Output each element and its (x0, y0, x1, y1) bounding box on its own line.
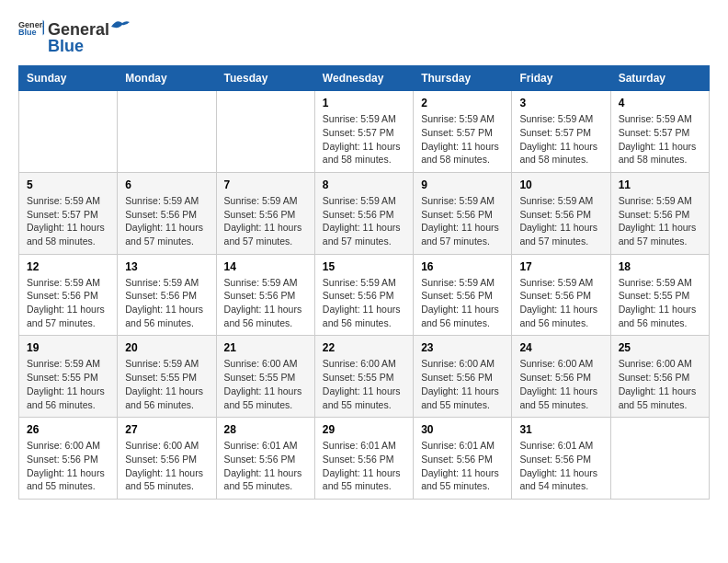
day-info: Sunrise: 5:59 AM Sunset: 5:56 PM Dayligh… (323, 276, 405, 330)
calendar-cell: 13Sunrise: 5:59 AM Sunset: 5:56 PM Dayli… (118, 254, 216, 336)
calendar-cell: 1Sunrise: 5:59 AM Sunset: 5:57 PM Daylig… (314, 91, 413, 173)
calendar-week-row: 19Sunrise: 5:59 AM Sunset: 5:55 PM Dayli… (19, 336, 710, 418)
day-number: 6 (125, 178, 208, 191)
calendar-cell: 2Sunrise: 5:59 AM Sunset: 5:57 PM Daylig… (414, 91, 512, 173)
day-number: 2 (421, 97, 504, 109)
day-info: Sunrise: 5:59 AM Sunset: 5:55 PM Dayligh… (125, 357, 208, 411)
day-number: 18 (619, 260, 701, 273)
day-info: Sunrise: 6:01 AM Sunset: 5:56 PM Dayligh… (519, 439, 602, 493)
day-number: 14 (224, 260, 307, 273)
svg-marker-2 (43, 20, 44, 36)
day-info: Sunrise: 5:59 AM Sunset: 5:56 PM Dayligh… (323, 194, 405, 248)
day-info: Sunrise: 5:59 AM Sunset: 5:55 PM Dayligh… (27, 357, 109, 411)
calendar-header-row: SundayMondayTuesdayWednesdayThursdayFrid… (19, 66, 710, 91)
day-number: 21 (224, 341, 307, 354)
calendar-cell: 30Sunrise: 6:01 AM Sunset: 5:56 PM Dayli… (414, 418, 512, 500)
calendar-week-row: 5Sunrise: 5:59 AM Sunset: 5:57 PM Daylig… (19, 172, 710, 254)
day-info: Sunrise: 6:00 AM Sunset: 5:55 PM Dayligh… (323, 357, 405, 411)
day-info: Sunrise: 5:59 AM Sunset: 5:56 PM Dayligh… (125, 194, 208, 248)
day-info: Sunrise: 5:59 AM Sunset: 5:56 PM Dayligh… (224, 194, 307, 248)
calendar-cell: 11Sunrise: 5:59 AM Sunset: 5:56 PM Dayli… (610, 172, 709, 254)
day-info: Sunrise: 5:59 AM Sunset: 5:56 PM Dayligh… (619, 194, 701, 248)
calendar-table: SundayMondayTuesdayWednesdayThursdayFrid… (18, 65, 710, 500)
day-number: 30 (421, 423, 504, 436)
page-header: General Blue General Blue (18, 18, 710, 56)
day-info: Sunrise: 6:01 AM Sunset: 5:56 PM Dayligh… (323, 439, 405, 493)
calendar-cell: 31Sunrise: 6:01 AM Sunset: 5:56 PM Dayli… (512, 418, 610, 500)
calendar-cell: 6Sunrise: 5:59 AM Sunset: 5:56 PM Daylig… (118, 172, 216, 254)
day-info: Sunrise: 6:00 AM Sunset: 5:56 PM Dayligh… (27, 439, 109, 493)
day-info: Sunrise: 6:01 AM Sunset: 5:56 PM Dayligh… (224, 439, 307, 493)
calendar-cell (118, 91, 216, 173)
logo-bird-icon (109, 18, 130, 35)
day-number: 22 (323, 341, 405, 354)
day-info: Sunrise: 5:59 AM Sunset: 5:56 PM Dayligh… (519, 194, 602, 248)
calendar-cell: 24Sunrise: 6:00 AM Sunset: 5:56 PM Dayli… (512, 336, 610, 418)
day-number: 24 (519, 341, 602, 354)
day-info: Sunrise: 6:00 AM Sunset: 5:56 PM Dayligh… (125, 439, 208, 493)
calendar-cell: 5Sunrise: 5:59 AM Sunset: 5:57 PM Daylig… (19, 172, 118, 254)
day-number: 23 (421, 341, 504, 354)
calendar-cell (216, 91, 314, 173)
day-number: 20 (125, 341, 208, 354)
weekday-header-sunday: Sunday (19, 66, 118, 91)
day-number: 15 (323, 260, 405, 273)
calendar-cell: 19Sunrise: 5:59 AM Sunset: 5:55 PM Dayli… (19, 336, 118, 418)
day-info: Sunrise: 6:00 AM Sunset: 5:56 PM Dayligh… (519, 357, 602, 411)
day-info: Sunrise: 5:59 AM Sunset: 5:57 PM Dayligh… (27, 194, 109, 248)
calendar-cell: 9Sunrise: 5:59 AM Sunset: 5:56 PM Daylig… (414, 172, 512, 254)
day-info: Sunrise: 5:59 AM Sunset: 5:56 PM Dayligh… (421, 194, 504, 248)
calendar-week-row: 12Sunrise: 5:59 AM Sunset: 5:56 PM Dayli… (19, 254, 710, 336)
day-info: Sunrise: 6:01 AM Sunset: 5:56 PM Dayligh… (421, 439, 504, 493)
day-info: Sunrise: 6:00 AM Sunset: 5:55 PM Dayligh… (224, 357, 307, 411)
calendar-cell: 20Sunrise: 5:59 AM Sunset: 5:55 PM Dayli… (118, 336, 216, 418)
day-number: 4 (619, 97, 701, 109)
calendar-cell: 27Sunrise: 6:00 AM Sunset: 5:56 PM Dayli… (118, 418, 216, 500)
day-info: Sunrise: 5:59 AM Sunset: 5:56 PM Dayligh… (519, 276, 602, 330)
calendar-cell: 7Sunrise: 5:59 AM Sunset: 5:56 PM Daylig… (216, 172, 314, 254)
day-number: 28 (224, 423, 307, 436)
day-number: 8 (323, 178, 405, 191)
day-info: Sunrise: 6:00 AM Sunset: 5:56 PM Dayligh… (619, 357, 701, 411)
weekday-header-wednesday: Wednesday (314, 66, 413, 91)
calendar-cell: 14Sunrise: 5:59 AM Sunset: 5:56 PM Dayli… (216, 254, 314, 336)
day-number: 5 (27, 178, 109, 191)
day-info: Sunrise: 5:59 AM Sunset: 5:55 PM Dayligh… (619, 276, 701, 330)
calendar-cell: 8Sunrise: 5:59 AM Sunset: 5:56 PM Daylig… (314, 172, 413, 254)
weekday-header-friday: Friday (512, 66, 610, 91)
calendar-cell: 10Sunrise: 5:59 AM Sunset: 5:56 PM Dayli… (512, 172, 610, 254)
calendar-cell: 25Sunrise: 6:00 AM Sunset: 5:56 PM Dayli… (610, 336, 709, 418)
calendar-cell: 17Sunrise: 5:59 AM Sunset: 5:56 PM Dayli… (512, 254, 610, 336)
day-number: 7 (224, 178, 307, 191)
calendar-cell: 28Sunrise: 6:01 AM Sunset: 5:56 PM Dayli… (216, 418, 314, 500)
weekday-header-monday: Monday (118, 66, 216, 91)
calendar-cell: 23Sunrise: 6:00 AM Sunset: 5:56 PM Dayli… (414, 336, 512, 418)
calendar-cell: 16Sunrise: 5:59 AM Sunset: 5:56 PM Dayli… (414, 254, 512, 336)
calendar-week-row: 26Sunrise: 6:00 AM Sunset: 5:56 PM Dayli… (19, 418, 710, 500)
day-number: 11 (619, 178, 701, 191)
day-number: 27 (125, 423, 208, 436)
svg-text:Blue: Blue (18, 28, 37, 37)
day-number: 26 (27, 423, 109, 436)
day-info: Sunrise: 5:59 AM Sunset: 5:57 PM Dayligh… (421, 112, 504, 167)
day-number: 10 (519, 178, 602, 191)
day-info: Sunrise: 5:59 AM Sunset: 5:56 PM Dayligh… (224, 276, 307, 330)
weekday-header-tuesday: Tuesday (216, 66, 314, 91)
day-info: Sunrise: 5:59 AM Sunset: 5:57 PM Dayligh… (619, 112, 701, 167)
day-number: 17 (519, 260, 602, 273)
day-info: Sunrise: 5:59 AM Sunset: 5:56 PM Dayligh… (421, 276, 504, 330)
day-number: 19 (27, 341, 109, 354)
calendar-cell: 15Sunrise: 5:59 AM Sunset: 5:56 PM Dayli… (314, 254, 413, 336)
calendar-cell: 21Sunrise: 6:00 AM Sunset: 5:55 PM Dayli… (216, 336, 314, 418)
weekday-header-saturday: Saturday (610, 66, 709, 91)
day-info: Sunrise: 5:59 AM Sunset: 5:56 PM Dayligh… (27, 276, 109, 330)
day-info: Sunrise: 5:59 AM Sunset: 5:56 PM Dayligh… (125, 276, 208, 330)
day-number: 16 (421, 260, 504, 273)
logo-icon: General Blue (18, 18, 44, 37)
calendar-week-row: 1Sunrise: 5:59 AM Sunset: 5:57 PM Daylig… (19, 91, 710, 173)
calendar-cell (19, 91, 118, 173)
day-number: 12 (27, 260, 109, 273)
weekday-header-thursday: Thursday (414, 66, 512, 91)
calendar-cell: 3Sunrise: 5:59 AM Sunset: 5:57 PM Daylig… (512, 91, 610, 173)
day-number: 13 (125, 260, 208, 273)
